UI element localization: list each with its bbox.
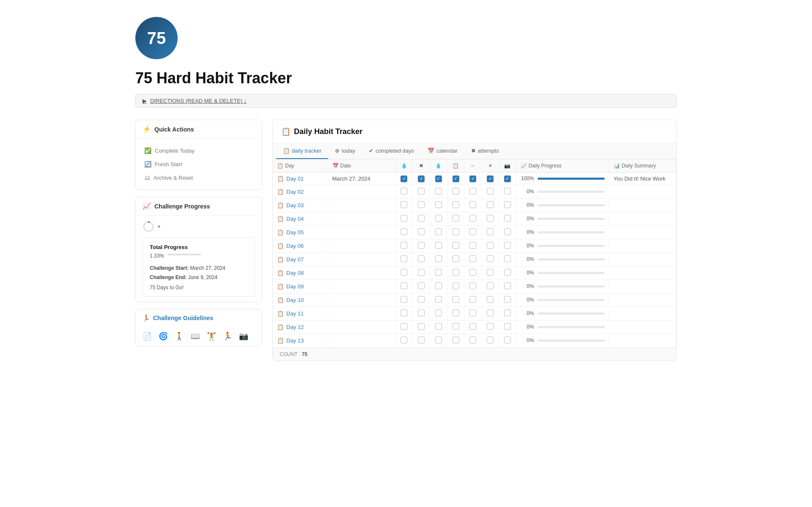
cell-check-9-4[interactable]	[464, 293, 482, 307]
cell-check-1-3[interactable]	[447, 185, 464, 198]
cell-check-8-1[interactable]	[413, 280, 430, 293]
cell-check-6-0[interactable]	[395, 252, 413, 266]
cell-check-4-2[interactable]	[430, 225, 447, 239]
checkbox-8-5[interactable]	[487, 282, 494, 289]
checkbox-10-4[interactable]	[469, 310, 476, 316]
checkbox-10-0[interactable]	[401, 310, 407, 316]
checkbox-4-1[interactable]	[418, 228, 425, 235]
checkbox-4-2[interactable]	[435, 228, 442, 235]
checkbox-0-5[interactable]	[487, 175, 494, 182]
cell-check-0-4[interactable]	[464, 173, 482, 185]
checkbox-3-4[interactable]	[469, 215, 476, 222]
cell-check-3-3[interactable]	[447, 212, 464, 225]
cell-check-1-1[interactable]	[413, 185, 430, 198]
checkbox-4-0[interactable]	[401, 228, 407, 235]
cell-check-7-0[interactable]	[395, 266, 413, 280]
cell-check-4-1[interactable]	[413, 225, 430, 239]
checkbox-8-6[interactable]	[504, 282, 511, 289]
cell-check-2-1[interactable]	[413, 198, 430, 212]
cell-check-12-0[interactable]	[395, 334, 413, 347]
checkbox-11-2[interactable]	[435, 323, 442, 330]
checkbox-0-2[interactable]	[435, 175, 442, 182]
checkbox-5-1[interactable]	[418, 242, 425, 249]
checkbox-11-6[interactable]	[504, 323, 511, 330]
cell-check-11-1[interactable]	[413, 320, 430, 334]
checkbox-0-4[interactable]	[469, 175, 476, 182]
cell-check-5-2[interactable]	[430, 239, 447, 252]
checkbox-5-3[interactable]	[453, 242, 459, 249]
cell-check-10-4[interactable]	[464, 307, 482, 320]
checkbox-7-1[interactable]	[418, 269, 425, 276]
tab-completed-days[interactable]: ✔ completed days	[362, 143, 421, 159]
cell-check-2-5[interactable]	[482, 198, 499, 212]
cell-check-2-6[interactable]	[499, 198, 516, 212]
checkbox-0-1[interactable]	[418, 175, 425, 182]
checkbox-10-6[interactable]	[504, 310, 511, 316]
cell-check-2-0[interactable]	[395, 198, 413, 212]
cell-check-5-4[interactable]	[464, 239, 482, 252]
cell-check-3-1[interactable]	[413, 212, 430, 225]
checkbox-7-3[interactable]	[453, 269, 459, 276]
checkbox-0-3[interactable]	[453, 175, 459, 182]
checkbox-5-4[interactable]	[469, 242, 476, 249]
checkbox-1-2[interactable]	[435, 188, 442, 195]
checkbox-2-0[interactable]	[401, 201, 407, 208]
cell-check-12-3[interactable]	[447, 334, 464, 347]
cell-check-1-4[interactable]	[464, 185, 482, 198]
checkbox-8-1[interactable]	[418, 282, 425, 289]
cell-check-8-4[interactable]	[464, 280, 482, 293]
checkbox-9-6[interactable]	[504, 296, 511, 303]
cell-check-3-2[interactable]	[430, 212, 447, 225]
cell-check-11-5[interactable]	[482, 320, 499, 334]
cell-check-11-4[interactable]	[464, 320, 482, 334]
cell-check-5-1[interactable]	[413, 239, 430, 252]
checkbox-7-0[interactable]	[401, 269, 407, 276]
checkbox-7-4[interactable]	[469, 269, 476, 276]
checkbox-7-6[interactable]	[504, 269, 511, 276]
checkbox-2-2[interactable]	[435, 201, 442, 208]
directions-bar[interactable]: ▶ DIRECTIONS (READ ME & DELETE) ↓	[135, 94, 677, 108]
checkbox-7-2[interactable]	[435, 269, 442, 276]
cell-check-10-3[interactable]	[447, 307, 464, 320]
cell-check-5-3[interactable]	[447, 239, 464, 252]
checkbox-11-5[interactable]	[487, 323, 494, 330]
tab-today[interactable]: ⊕ today	[328, 143, 362, 159]
checkbox-10-5[interactable]	[487, 310, 494, 316]
cell-check-12-6[interactable]	[499, 334, 516, 347]
checkbox-3-5[interactable]	[487, 215, 494, 222]
checkbox-0-6[interactable]	[504, 175, 511, 182]
cell-check-8-5[interactable]	[482, 280, 499, 293]
checkbox-8-3[interactable]	[453, 282, 459, 289]
checkbox-9-2[interactable]	[435, 296, 442, 303]
checkbox-11-4[interactable]	[469, 323, 476, 330]
progress-dropdown-icon[interactable]: ▾	[158, 224, 160, 230]
cell-check-6-1[interactable]	[413, 252, 430, 266]
cell-check-11-2[interactable]	[430, 320, 447, 334]
checkbox-1-5[interactable]	[487, 188, 494, 195]
checkbox-12-0[interactable]	[401, 337, 407, 343]
checkbox-11-0[interactable]	[401, 323, 407, 330]
cell-check-9-2[interactable]	[430, 293, 447, 307]
cell-check-7-1[interactable]	[413, 266, 430, 280]
cell-check-8-6[interactable]	[499, 280, 516, 293]
cell-check-0-1[interactable]	[413, 173, 430, 185]
action-fresh-start[interactable]: 🔄 Fresh Start	[136, 157, 262, 171]
cell-check-3-0[interactable]	[395, 212, 413, 225]
checkbox-9-0[interactable]	[401, 296, 407, 303]
checkbox-1-3[interactable]	[453, 188, 459, 195]
cell-check-9-3[interactable]	[447, 293, 464, 307]
checkbox-4-3[interactable]	[453, 228, 459, 235]
cell-check-12-5[interactable]	[482, 334, 499, 347]
checkbox-10-2[interactable]	[435, 310, 442, 316]
checkbox-1-0[interactable]	[401, 188, 407, 195]
checkbox-6-2[interactable]	[435, 255, 442, 262]
cell-check-7-6[interactable]	[499, 266, 516, 280]
checkbox-12-2[interactable]	[435, 337, 442, 343]
checkbox-10-3[interactable]	[453, 310, 459, 316]
checkbox-0-0[interactable]	[401, 175, 407, 182]
cell-check-11-0[interactable]	[395, 320, 413, 334]
cell-check-12-2[interactable]	[430, 334, 447, 347]
checkbox-8-4[interactable]	[469, 282, 476, 289]
checkbox-9-4[interactable]	[469, 296, 476, 303]
cell-check-6-3[interactable]	[447, 252, 464, 266]
